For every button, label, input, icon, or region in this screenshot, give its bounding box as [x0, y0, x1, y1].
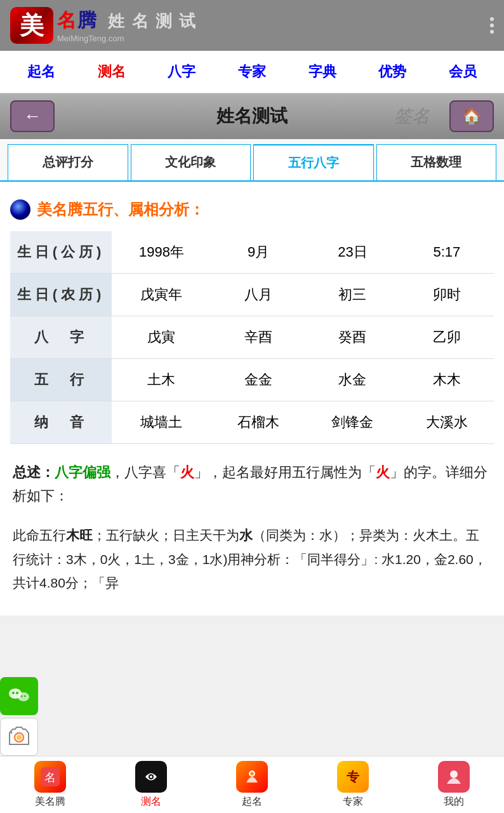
- table-row: 生日(公历) 1998年 9月 23日 5:17: [10, 231, 494, 274]
- camera-float-icon[interactable]: [0, 718, 38, 756]
- tab-wuge[interactable]: 五格数理: [376, 144, 497, 180]
- summary-highlight2: 火: [180, 464, 194, 480]
- svg-point-7: [17, 735, 22, 740]
- svg-point-2: [12, 692, 15, 694]
- bottom-nav-mmt-icon: 名: [34, 761, 66, 793]
- row-header-nayin: 纳 音: [10, 401, 112, 444]
- logo: 美 名腾 姓 名 测 试 MeiMingTeng.com: [10, 7, 197, 44]
- cell-nayin-1: 城墙土: [112, 401, 211, 444]
- logo-slogan: 姓 名 测 试: [108, 11, 197, 30]
- cell-nayin-4: 大溪水: [400, 401, 494, 444]
- summary-middle2: 」，起名最好用五行属性为「: [194, 464, 376, 480]
- nav-item-zidian[interactable]: 字典: [303, 60, 342, 84]
- bottom-nav-expert-label: 专家: [343, 795, 363, 809]
- cell-bazi-1: 戊寅: [112, 316, 211, 359]
- page-header: ← 签名 姓名测试 🏠: [0, 93, 504, 139]
- wechat-float-icon[interactable]: [0, 677, 38, 715]
- bottom-nav-mine-icon: [438, 761, 470, 793]
- home-button[interactable]: 🏠: [449, 100, 494, 132]
- row-header-bazi: 八 字: [10, 316, 112, 359]
- svg-point-5: [24, 695, 26, 697]
- svg-text:名: 名: [44, 771, 56, 784]
- bottom-nav-expert-icon: 专: [337, 761, 369, 793]
- bottom-nav-naming[interactable]: 起名: [202, 756, 303, 813]
- summary-highlight1: 八字偏强: [55, 464, 110, 480]
- tab-wenhua[interactable]: 文化印象: [131, 144, 251, 180]
- table-row: 纳 音 城墙土 石榴木 剑锋金 大溪水: [10, 401, 494, 444]
- bottom-nav-mmt[interactable]: 名 美名腾: [0, 756, 101, 813]
- bottom-nav-mmt-label: 美名腾: [35, 795, 65, 809]
- calligraphy-decoration: 签名: [374, 93, 450, 139]
- section-header: 美名腾五行、属相分析：: [10, 199, 494, 220]
- cell-month: 9月: [211, 231, 305, 274]
- summary-middle1: ，八字喜「: [110, 464, 180, 480]
- cell-wuxing-1: 土木: [112, 359, 211, 401]
- bottom-nav-cename[interactable]: 测名: [101, 756, 202, 813]
- nav-item-zhuanjia[interactable]: 专家: [233, 60, 271, 84]
- logo-teng: 腾: [77, 10, 98, 30]
- summary-highlight3: 火: [376, 464, 390, 480]
- main-nav: 起名 测名 八字 专家 字典 优势 会员: [0, 51, 504, 93]
- nav-item-bazi[interactable]: 八字: [162, 60, 201, 84]
- content-area: 美名腾五行、属相分析： 生日(公历) 1998年 9月 23日 5:17 生日(…: [0, 182, 504, 615]
- row-header-birthday-solar: 生日(公历): [10, 231, 112, 274]
- svg-point-15: [250, 772, 253, 776]
- detail-section: 此命五行木旺；五行缺火；日主天干为水（同类为：水）；异类为：火木土。五行统计：3…: [10, 518, 494, 605]
- cell-bazi-2: 辛酉: [211, 316, 305, 359]
- cell-lunar-year: 戊寅年: [112, 274, 211, 316]
- cell-wuxing-4: 木木: [400, 359, 494, 401]
- cell-year: 1998年: [112, 231, 211, 274]
- cell-lunar-month: 八月: [211, 274, 305, 316]
- app-header: 美 名腾 姓 名 测 试 MeiMingTeng.com: [0, 0, 504, 51]
- tab-zonping[interactable]: 总评打分: [8, 144, 128, 180]
- cell-nayin-3: 剑锋金: [305, 401, 399, 444]
- float-icons: [0, 677, 38, 756]
- bottom-nav-mine-label: 我的: [444, 795, 464, 809]
- cell-hour: 5:17: [400, 231, 494, 274]
- cell-wuxing-3: 水金: [305, 359, 399, 401]
- cell-bazi-3: 癸酉: [305, 316, 399, 359]
- cell-bazi-4: 乙卯: [400, 316, 494, 359]
- cell-lunar-hour: 卯时: [400, 274, 494, 316]
- row-header-wuxing: 五 行: [10, 359, 112, 401]
- tab-bar: 总评打分 文化印象 五行八字 五格数理: [0, 139, 504, 182]
- back-button[interactable]: ←: [10, 100, 55, 132]
- bazi-table: 生日(公历) 1998年 9月 23日 5:17 生日(农历) 戊寅年 八月 初…: [10, 231, 494, 444]
- cell-wuxing-2: 金金: [211, 359, 305, 401]
- bottom-nav-cename-icon: [135, 761, 167, 793]
- bottom-nav-naming-label: 起名: [242, 795, 262, 809]
- cell-lunar-day: 初三: [305, 274, 399, 316]
- svg-point-4: [21, 695, 23, 697]
- row-header-birthday-lunar: 生日(农历): [10, 274, 112, 316]
- svg-point-1: [18, 692, 29, 701]
- cell-nayin-2: 石榴木: [211, 401, 305, 444]
- logo-subtitle: MeiMingTeng.com: [57, 34, 197, 43]
- table-row: 八 字 戊寅 辛酉 癸酉 乙卯: [10, 316, 494, 359]
- bottom-nav-expert[interactable]: 专 专家: [302, 756, 403, 813]
- cell-day: 23日: [305, 231, 399, 274]
- svg-point-19: [450, 770, 458, 778]
- bottom-nav-mine[interactable]: 我的: [403, 756, 504, 813]
- tab-wuxing[interactable]: 五行八字: [253, 144, 374, 180]
- summary-section: 总述：八字偏强，八字喜「火」，起名最好用五行属性为「火」的字。详细分析如下：: [10, 450, 494, 518]
- bottom-nav: 名 美名腾 测名 起名: [0, 756, 504, 813]
- bottom-nav-naming-icon: [236, 761, 268, 793]
- nav-item-cename[interactable]: 测名: [93, 60, 131, 84]
- nav-item-huiyuan[interactable]: 会员: [444, 60, 482, 84]
- svg-text:专: 专: [347, 770, 360, 784]
- detail-line1: 此命五行木旺；五行缺火；日主天干为水（同类为：水）；异类为：火木土。五行统计：3…: [13, 528, 487, 591]
- svg-point-3: [16, 692, 18, 694]
- section-title-text: 美名腾五行、属相分析：: [37, 199, 204, 220]
- bottom-nav-cename-label: 测名: [141, 795, 161, 809]
- logo-mei: 名: [57, 10, 77, 30]
- section-icon: [10, 199, 30, 220]
- more-menu-button[interactable]: [490, 17, 494, 34]
- nav-item-qiming[interactable]: 起名: [22, 60, 60, 84]
- table-row: 生日(农历) 戊寅年 八月 初三 卯时: [10, 274, 494, 316]
- svg-point-12: [150, 776, 152, 778]
- table-row: 五 行 土木 金金 水金 木木: [10, 359, 494, 401]
- nav-item-youshi[interactable]: 优势: [373, 60, 411, 84]
- summary-prefix: 总述：: [13, 464, 55, 480]
